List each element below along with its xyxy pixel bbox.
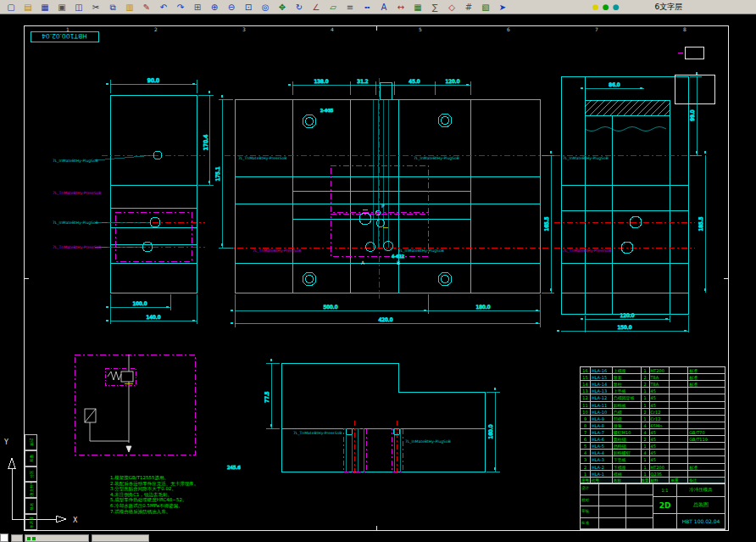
revision-strip-cell: 标记 [25, 434, 37, 450]
open-icon[interactable]: ▤ [19, 0, 36, 14]
dimension-label: 138.0 [314, 78, 328, 84]
zoom-out-icon[interactable]: ⊖ [223, 0, 240, 14]
note-line: 4.未注倒角C1，锐边去毛刺。 [110, 492, 198, 498]
bottom-view: 160.0 77.5 245.6 7L_TnMateBtHy-PressSoB … [227, 363, 500, 475]
signature-row: 批准 [581, 518, 653, 530]
status-led [32, 537, 36, 540]
dimension-label: 99.0 [689, 109, 695, 121]
table-row: 13 HLA-13 上垫板 1 45 [581, 388, 725, 394]
cad-application-window: ▢▤▦▣◫✂⧉▥✎↶↷⊞⊕⊖⊡◎✥↻∠▱≡╍A↔▦∑◇#▧➤ ●●● 6文字层 … [0, 0, 756, 542]
image-icon[interactable]: ▧ [477, 0, 494, 14]
note-line: 7.试模合格后涂防锈油入库。 [110, 509, 198, 515]
table-icon[interactable]: ▦ [409, 0, 426, 14]
dimension-label: 185.5 [698, 216, 703, 231]
paste-icon[interactable]: ▥ [121, 0, 138, 14]
leader-label: 7L_InMateBtHy-PlugSoB [414, 156, 459, 161]
leader-label: 7L_InMateBtHy-PlugSoB [405, 439, 451, 444]
hole-note: 4-Φ12 [392, 254, 404, 259]
format-brush-icon[interactable]: ✎ [138, 0, 155, 14]
leader-label: 7L_TnMateBtHy-PressSoB [53, 191, 101, 196]
revision-strip-cell: 签名 [25, 498, 37, 514]
hydraulic-schematic [75, 355, 195, 455]
zoom-extents-icon[interactable]: ◎ [257, 0, 274, 14]
point-label: B [397, 260, 400, 265]
insert-block-icon[interactable]: ⊞ [189, 0, 206, 14]
signature-row: 设计 [581, 483, 653, 495]
taskbar-fragment[interactable] [11, 534, 23, 542]
undo-icon[interactable]: ↶ [155, 0, 172, 14]
dimension-label: 120.0 [620, 312, 634, 318]
zone-number: 2 [112, 26, 200, 32]
redraw-icon[interactable]: ↻ [291, 0, 308, 14]
parts-rows: 16 HLA-16 上模座 1 HT200 标准 15 HLA-15 导套 2 … [581, 367, 725, 478]
revision-strip-cell: 更改文件号 [25, 482, 37, 498]
frame-label: HBT100.02.04 [31, 31, 98, 42]
area-icon[interactable]: ▱ [325, 0, 342, 14]
table-row: 11 HLA-11 卸料板 1 45 [581, 402, 725, 409]
taskbar-fragment[interactable] [25, 534, 89, 542]
zone-number: 5 [376, 26, 464, 32]
taskbar-fragment[interactable] [92, 534, 149, 542]
layer-dot-yellow[interactable]: ● [592, 1, 599, 14]
print-icon[interactable]: ▣ [53, 0, 70, 14]
layer-dot-cyan[interactable]: ● [613, 1, 620, 14]
preview-icon[interactable]: ◫ [70, 0, 87, 14]
grid-icon[interactable]: # [460, 0, 477, 14]
cut-icon[interactable]: ✂ [87, 0, 104, 14]
dimension-label: 245.6 [227, 465, 241, 470]
revision-strip-cell: 分区 [25, 467, 37, 483]
dimension-label: 160.0 [487, 424, 493, 439]
calculator-icon[interactable]: ∑ [426, 0, 443, 14]
leader-label: 7L_TnMateBtHy-PressSoB [53, 245, 101, 250]
zoom-in-icon[interactable]: ⊕ [206, 0, 223, 14]
dimension-label: 100.0 [132, 300, 147, 306]
dimension-label: 165.5 [543, 216, 549, 231]
table-row: 7 HLA-7 螺钉M10 4 45 GB/T70 [581, 429, 725, 436]
drawing-number: HBT 100.02.04 [677, 514, 725, 529]
leader-label: 7L_TnMateBtHy-PressSoB [253, 249, 301, 254]
zone-numbers-top: 12345678 [24, 26, 729, 32]
save-icon[interactable]: ▦ [36, 0, 53, 14]
dimension-icon[interactable]: ↔ [392, 0, 409, 14]
blank-cell [653, 514, 677, 529]
pan-icon[interactable]: ✥ [274, 0, 291, 14]
toolbar: ▢▤▦▣◫✂⧉▥✎↶↷⊞⊕⊖⊡◎✥↻∠▱≡╍A↔▦∑◇#▧➤ ●●● 6文字层 [0, 0, 756, 14]
hole-note: 2-Φ35 [320, 108, 333, 113]
leader-label: 7L_TnMateBtHy-PressSoB [293, 431, 342, 436]
layers-icon[interactable]: ≡ [342, 0, 359, 14]
table-row: 8 HLA-8 弹簧 4 65Mn [581, 422, 725, 429]
table-row: 3 HLA-3 下垫板 1 45 [581, 456, 725, 463]
status-led [27, 537, 31, 540]
zone-number: 6 [464, 26, 553, 32]
leader-label: 7L_TnMateBtHy-PressSoB [563, 249, 611, 254]
signature-row: 校对 [581, 495, 653, 507]
table-row: 15 HLA-15 导套 2 T8A 标准 [581, 374, 725, 381]
table-row: 1 HLA-1 模柄 1 Q235 [581, 471, 725, 478]
linetype-icon[interactable]: ╍ [359, 0, 375, 14]
redo-icon[interactable]: ↷ [172, 0, 189, 14]
layer-dot-green[interactable]: ● [603, 1, 609, 14]
distance-icon[interactable]: ∠ [308, 0, 325, 14]
leader-label: 7L_InMateBtHy-PlugSoB [398, 249, 444, 254]
new-icon[interactable]: ▢ [3, 0, 19, 14]
osnap-icon[interactable]: ◇ [443, 0, 460, 14]
copy-icon[interactable]: ⧉ [104, 0, 121, 14]
zoom-window-icon[interactable]: ⊡ [240, 0, 257, 14]
y-axis-label: Y [3, 439, 8, 446]
zone-number: 8 [641, 26, 729, 32]
pointer-icon[interactable]: ➤ [494, 0, 511, 14]
taskbar-fragment[interactable] [0, 534, 8, 542]
center-view: 138.0 31.2 45.0 120.0 500.0 180.0 420.0 … [214, 78, 554, 327]
current-layer-label[interactable]: 6文字层 [655, 2, 683, 13]
dimension-label: 180.0 [475, 304, 490, 310]
note-line: 3.分型面贴合间隙不大于0.02。 [110, 486, 198, 492]
drawing-title: 总装图 [677, 497, 725, 514]
toolbar-icon-group: ▢▤▦▣◫✂⧉▥✎↶↷⊞⊕⊖⊡◎✥↻∠▱≡╍A↔▦∑◇#▧➤ [3, 0, 511, 14]
scale-cell: 1:1 [653, 483, 677, 497]
dimension-label: 45.0 [409, 78, 420, 84]
dimension-label: 86.0 [609, 81, 620, 87]
leader-label: 7L_TnMateBtHy-PressSoB [238, 156, 286, 161]
table-row: 12 HLA-12 凸模固定板 1 45 [581, 394, 725, 401]
text-icon[interactable]: A [375, 0, 392, 14]
zone-number: 1 [24, 26, 112, 32]
